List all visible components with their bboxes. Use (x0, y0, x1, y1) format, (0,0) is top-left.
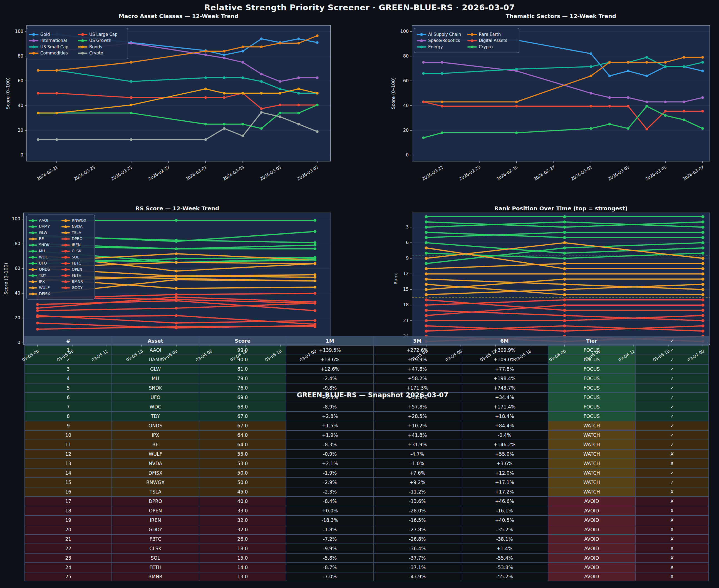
cell-3m: -4.7% (373, 449, 461, 459)
series-mu-marker (175, 247, 178, 250)
cell-1m: -18.3% (286, 516, 373, 525)
cell-check: ✓ (635, 383, 709, 392)
series-rnwgx-marker (175, 277, 178, 280)
cell-rank: 12 (24, 449, 111, 459)
cell-3m: +41.8% (373, 431, 461, 440)
cell-check: ✓ (635, 478, 709, 487)
cell-rank: 20 (24, 525, 111, 534)
legend-marker-dot (420, 33, 423, 36)
legend-marker-dot (64, 237, 67, 240)
macro-trend-chart: 0204060801002026-02-212026-02-232026-02-… (5, 25, 331, 182)
cell-asset: FBTC (111, 534, 199, 544)
cell-rank: 2 (24, 355, 111, 364)
series-bonds-marker (55, 112, 58, 114)
legend-marker-dot (32, 287, 34, 289)
series-us-growth-marker (130, 112, 132, 114)
legend-label: UAMY (39, 224, 50, 229)
series-us-large-cap-marker (55, 92, 58, 95)
rank-series-be-marker (563, 267, 566, 270)
cell-check: ✗ (635, 497, 709, 506)
rank-series-sol-marker (563, 324, 566, 327)
cell-1m: -9.9% (286, 544, 373, 553)
cell-check: ✓ (635, 355, 709, 364)
legend-marker-dot (32, 293, 34, 295)
cell-asset: WDC (111, 402, 199, 411)
series-commodities-marker (204, 50, 207, 52)
rank-series-tdy-marker (701, 251, 704, 255)
legend-marker-dot (471, 33, 473, 36)
series-bmnr-marker (175, 326, 178, 328)
cell-1m: -8.7% (286, 563, 373, 572)
cell-asset: TSLA (111, 487, 199, 496)
series-ipx-marker (314, 262, 316, 265)
legend-marker-dot (32, 262, 34, 265)
series-crypto-marker (130, 139, 132, 141)
series-energy-marker (422, 72, 425, 75)
series-us-large-cap-marker (37, 92, 40, 95)
cell-check: ✗ (635, 572, 709, 581)
cell-tier: WATCH (548, 431, 635, 440)
rank-series-uamy-marker (563, 226, 566, 229)
table-header-row: #AssetScore1M3M6MTier✓ (24, 336, 709, 345)
legend-marker-dot (32, 219, 34, 222)
table-row: 24FETH14.0-8.7%-37.1%-53.8%AVOID✗ (24, 563, 709, 572)
cell-3m: -36.4% (373, 544, 461, 553)
series-tsla-marker (314, 286, 316, 289)
thematic-trend-chart: 0204060801002026-02-212026-02-232026-02-… (391, 25, 710, 182)
series-gold-marker (297, 38, 300, 40)
cell-rank: 24 (24, 563, 111, 572)
series-aaoi-marker (175, 219, 178, 222)
rank-series-ufo-marker (425, 262, 428, 265)
series-gold-marker (223, 54, 226, 57)
cell-rank: 7 (24, 402, 111, 411)
cell-1m: -2.3% (286, 487, 373, 496)
cell-asset: NVDA (111, 459, 199, 468)
legend-marker-dot (81, 33, 84, 36)
cell-score: 90.0 (199, 355, 286, 364)
cell-6m: +109.0% (461, 355, 548, 364)
snapshot-table: #AssetScore1M3M6MTier✓1AAOI99.0+139.5%+2… (24, 336, 709, 581)
cell-1m: +1.9% (286, 431, 373, 440)
rank-series-ipx-marker (701, 262, 704, 265)
dashboard: Relative Strength Priority Screener · GR… (0, 0, 719, 588)
table-row: 15RNWGX50.0-2.9%+9.2%+17.1%WATCH✓ (24, 477, 709, 487)
cell-tier: AVOID (548, 563, 635, 572)
series-fbtc-marker (175, 299, 178, 302)
series-ai-supply-chain-marker (627, 70, 630, 72)
series-clsk-marker (175, 321, 178, 324)
cell-3m: +31.9% (373, 440, 461, 449)
rank-series-dfisx-marker (563, 288, 566, 291)
cell-3m: +272.6% (373, 346, 461, 355)
cell-6m: +77.8% (461, 364, 548, 374)
cell-score: 64.0 (199, 440, 286, 449)
cell-check: ✗ (635, 534, 709, 544)
rank-series-mu-marker (701, 231, 704, 234)
y-tick-label: 100 (15, 29, 23, 34)
x-tick-label: 2026-02-23 (73, 165, 96, 182)
cell-tier: FOCUS (548, 364, 635, 374)
rank-series-wulf-marker (563, 272, 566, 275)
series-us-small-cap-marker (241, 77, 244, 79)
header-cell-3m: 3M (373, 336, 461, 345)
cell-tier: AVOID (548, 553, 635, 563)
cell-3m: +79.9% (373, 355, 461, 364)
series-commodities-marker (130, 61, 132, 64)
cell-score: 33.0 (199, 506, 286, 515)
cell-tier: WATCH (548, 468, 635, 477)
cell-1m: +0.0% (286, 506, 373, 515)
rank-series-tsla-marker (701, 293, 704, 296)
cell-check: ✗ (635, 506, 709, 515)
y-tick-label: 40 (403, 103, 409, 108)
legend-label: Space/Robotics (428, 38, 460, 43)
header-cell-check: ✓ (635, 336, 709, 345)
series-us-growth-marker (241, 123, 244, 126)
y-tick-label: 9 (406, 255, 409, 261)
series-crypto-marker (441, 131, 444, 134)
cell-6m: +55.0% (461, 449, 548, 459)
table-row: 20GDDY32.0-1.8%-27.8%-35.2%AVOID✗ (24, 525, 709, 534)
header-cell-asset: Asset (111, 336, 199, 345)
series-international-marker (130, 42, 132, 44)
cell-tier: AVOID (548, 516, 635, 525)
series-ufo-marker (175, 257, 178, 260)
series-international-marker (204, 54, 207, 57)
